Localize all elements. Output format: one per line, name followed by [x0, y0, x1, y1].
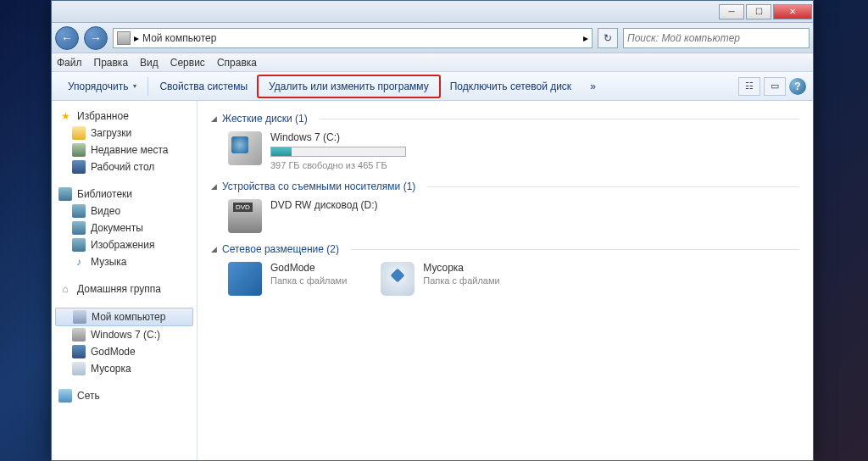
explorer-window: ─ ☐ ✕ ← → ▸ Мой компьютер ▸ ↻ Файл Правк… — [51, 0, 814, 461]
menu-edit[interactable]: Правка — [94, 57, 129, 69]
video-icon — [72, 204, 86, 218]
sidebar: ★Избранное Загрузки Недавние места Рабоч… — [52, 101, 198, 460]
trash-icon — [72, 362, 86, 375]
breadcrumb[interactable]: Мой компьютер — [142, 32, 580, 44]
sidebar-homegroup[interactable]: ⌂Домашняя группа — [52, 280, 197, 297]
preview-pane-button[interactable]: ▭ — [764, 77, 786, 96]
disk-usage-bar — [270, 147, 406, 157]
sidebar-item-trash[interactable]: Мусорка — [52, 360, 197, 377]
computer-icon — [73, 310, 86, 324]
uninstall-program-button[interactable]: Удалить или изменить программу — [257, 75, 441, 98]
hdd-icon — [228, 131, 262, 165]
collapse-icon: ◢ — [211, 182, 217, 191]
item-label: Мусорка — [423, 262, 499, 274]
sidebar-item-downloads[interactable]: Загрузки — [52, 125, 197, 142]
image-icon — [72, 238, 86, 252]
titlebar: ─ ☐ ✕ — [52, 1, 813, 23]
sidebar-item-music[interactable]: ♪Музыка — [52, 253, 197, 270]
drive-label: Windows 7 (C:) — [270, 131, 406, 143]
breadcrumb-sep: ▸ — [583, 32, 588, 44]
sidebar-item-godmode[interactable]: GodMode — [52, 343, 197, 360]
item-trash[interactable]: Мусорка Папка с файлами — [381, 262, 499, 296]
group-network[interactable]: ◢ Сетевое размещение (2) — [211, 243, 799, 255]
map-network-drive-button[interactable]: Подключить сетевой диск — [441, 76, 581, 97]
help-button[interactable]: ? — [789, 78, 806, 95]
document-icon — [72, 221, 86, 235]
chevron-down-icon: ▾ — [133, 82, 136, 90]
desktop-icon — [72, 160, 86, 174]
sidebar-item-cdrive[interactable]: Windows 7 (C:) — [52, 326, 197, 343]
recycle-bin-icon — [381, 262, 415, 296]
breadcrumb-sep: ▸ — [134, 32, 139, 44]
menu-service[interactable]: Сервис — [170, 57, 205, 69]
item-godmode[interactable]: GodMode Папка с файлами — [228, 262, 347, 296]
item-type: Папка с файлами — [423, 275, 499, 286]
refresh-button[interactable]: ↻ — [598, 28, 618, 48]
homegroup-icon: ⌂ — [58, 282, 72, 296]
back-button[interactable]: ← — [55, 26, 79, 50]
menu-help[interactable]: Справка — [217, 57, 257, 69]
toolbar-overflow[interactable]: » — [581, 76, 605, 97]
group-removable[interactable]: ◢ Устройства со съемными носителями (1) — [211, 181, 799, 192]
drive-label: DVD RW дисковод (D:) — [270, 199, 378, 211]
godmode-icon — [228, 262, 262, 296]
folder-icon — [72, 126, 86, 140]
menu-file[interactable]: Файл — [57, 57, 82, 69]
collapse-icon: ◢ — [211, 245, 217, 253]
item-type: Папка с файлами — [270, 275, 347, 286]
menu-view[interactable]: Вид — [140, 57, 159, 69]
computer-icon — [117, 31, 131, 45]
drive-c[interactable]: Windows 7 (C:) 397 ГБ свободно из 465 ГБ — [228, 131, 799, 170]
sidebar-item-pictures[interactable]: Изображения — [52, 236, 197, 253]
sidebar-favorites[interactable]: ★Избранное — [52, 108, 197, 125]
navbar: ← → ▸ Мой компьютер ▸ ↻ — [52, 23, 813, 53]
library-icon — [58, 187, 72, 201]
search-input[interactable] — [627, 32, 805, 44]
toolbar: Упорядочить▾ Свойства системы Удалить ил… — [52, 72, 813, 101]
minimize-button[interactable]: ─ — [719, 4, 744, 19]
music-icon: ♪ — [72, 255, 86, 269]
system-properties-button[interactable]: Свойства системы — [150, 76, 257, 97]
sidebar-item-video[interactable]: Видео — [52, 203, 197, 219]
folder-icon — [72, 345, 86, 358]
network-icon — [58, 389, 72, 403]
group-hard-drives[interactable]: ◢ Жесткие диски (1) — [211, 113, 799, 125]
menubar: Файл Правка Вид Сервис Справка — [52, 53, 813, 72]
sidebar-item-documents[interactable]: Документы — [52, 219, 197, 236]
forward-button[interactable]: → — [84, 26, 108, 50]
sidebar-libraries[interactable]: Библиотеки — [52, 186, 197, 203]
drive-freespace: 397 ГБ свободно из 465 ГБ — [270, 160, 406, 170]
address-bar[interactable]: ▸ Мой компьютер ▸ — [113, 28, 593, 48]
drive-icon — [72, 328, 86, 342]
view-mode-button[interactable]: ☷ — [738, 77, 760, 96]
sidebar-network[interactable]: Сеть — [52, 387, 197, 404]
sidebar-computer[interactable]: Мой компьютер — [55, 308, 193, 326]
sidebar-item-recent[interactable]: Недавние места — [52, 142, 197, 158]
maximize-button[interactable]: ☐ — [746, 4, 771, 19]
dvd-icon — [228, 199, 262, 233]
recent-icon — [72, 143, 86, 157]
close-button[interactable]: ✕ — [773, 4, 812, 19]
content-pane: ◢ Жесткие диски (1) Windows 7 (C:) 397 Г… — [198, 101, 813, 460]
drive-dvd[interactable]: DVD RW дисковод (D:) — [228, 199, 799, 233]
collapse-icon: ◢ — [211, 114, 217, 123]
organize-button[interactable]: Упорядочить▾ — [58, 76, 146, 97]
search-box[interactable] — [623, 28, 810, 48]
separator — [147, 77, 148, 96]
sidebar-item-desktop[interactable]: Рабочий стол — [52, 158, 197, 175]
item-label: GodMode — [270, 262, 347, 274]
star-icon: ★ — [58, 109, 72, 123]
